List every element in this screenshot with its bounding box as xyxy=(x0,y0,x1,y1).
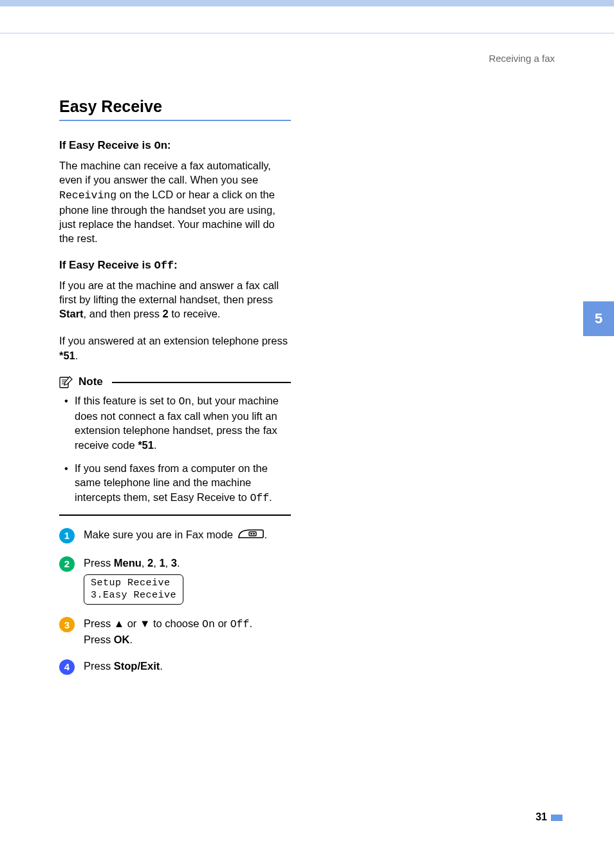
on-paragraph: The machine can receive a fax automatica… xyxy=(59,158,291,246)
n2-mono: Off xyxy=(250,492,269,504)
subhead-on-prefix: If Easy Receive is xyxy=(59,139,154,151)
off-p2-51: 51 xyxy=(63,350,75,361)
svg-rect-6 xyxy=(253,533,255,534)
note-item-1: If this feature is set to On, but your m… xyxy=(64,393,291,452)
s4-a: Press xyxy=(84,660,114,672)
s3-d: or xyxy=(215,618,230,629)
s4-b: . xyxy=(160,660,163,672)
s2-d: , xyxy=(165,557,171,569)
s3-off: Off xyxy=(230,618,250,630)
n2-b: . xyxy=(269,491,272,503)
step-1: 1 Make sure you are in Fax mode . xyxy=(59,527,291,544)
s2-menu: Menu xyxy=(114,557,142,569)
page-number: 31 xyxy=(535,811,563,823)
page-number-value: 31 xyxy=(535,811,547,822)
main-column: Easy Receive If Easy Receive is On: The … xyxy=(59,97,291,675)
s2-k3: 3 xyxy=(171,557,177,569)
n1-a: If this feature is set to xyxy=(75,395,178,406)
chapter-tab: 5 xyxy=(583,301,614,336)
n1-d: . xyxy=(154,439,157,451)
on-para-mono: Receiving xyxy=(59,189,116,202)
off-para-2: If you answered at an extension telephon… xyxy=(59,334,291,363)
step-badge-3: 3 xyxy=(59,617,75,632)
subhead-off-mono: Off xyxy=(154,259,174,272)
s2-k2: 1 xyxy=(159,557,165,569)
s2-k1: 2 xyxy=(147,557,153,569)
step-badge-2: 2 xyxy=(59,556,75,572)
svg-rect-5 xyxy=(250,533,252,534)
up-arrow-icon: ▲ xyxy=(114,618,124,629)
s3-b: or xyxy=(124,618,140,629)
step-1-body: Make sure you are in Fax mode . xyxy=(84,527,291,544)
step-2-body: Press Menu, 2, 1, 3. Setup Receive 3.Eas… xyxy=(84,556,291,605)
subhead-on-suffix: : xyxy=(167,139,171,151)
s3-e: . xyxy=(249,618,252,629)
note-block: Note If this feature is set to On, but y… xyxy=(59,375,291,516)
n2-a: If you send faxes from a computer on the… xyxy=(75,462,268,503)
s2-b: , xyxy=(142,557,147,569)
breadcrumb: Receiving a fax xyxy=(59,53,555,64)
subhead-off-prefix: If Easy Receive is xyxy=(59,259,154,271)
n1-mono: On xyxy=(178,395,191,408)
n1-51: 51 xyxy=(142,439,154,451)
step-badge-4: 4 xyxy=(59,659,75,675)
s3-line2a: Press xyxy=(84,634,114,645)
off-p1-e: to receive. xyxy=(169,308,221,319)
s3-ok: OK xyxy=(114,634,130,645)
fax-mode-icon xyxy=(237,527,265,544)
s1-text: Make sure you are in Fax mode xyxy=(84,529,236,540)
page-content: Receiving a fax Easy Receive If Easy Rec… xyxy=(0,33,614,675)
down-arrow-icon: ▼ xyxy=(140,618,150,629)
off-p2-a: If you answered at an extension telephon… xyxy=(59,335,288,346)
subhead-off: If Easy Receive is Off: xyxy=(59,259,291,272)
s4-stop: Stop/Exit xyxy=(114,660,160,672)
step-4: 4 Press Stop/Exit. xyxy=(59,659,291,675)
top-accent-bar xyxy=(0,0,614,6)
section-title: Easy Receive xyxy=(59,97,291,121)
s3-c: to choose xyxy=(150,618,202,629)
lcd-display: Setup Receive 3.Easy Receive xyxy=(84,574,183,605)
top-gap xyxy=(0,6,614,33)
page-number-bar xyxy=(551,815,563,821)
subhead-on-mono: On xyxy=(154,140,167,152)
off-para-1: If you are at the machine and answer a f… xyxy=(59,278,291,321)
note-label: Note xyxy=(79,375,103,388)
s2-a: Press xyxy=(84,557,114,569)
s3-on: On xyxy=(202,618,215,630)
step-4-body: Press Stop/Exit. xyxy=(84,659,291,674)
step-badge-1: 1 xyxy=(59,528,75,543)
off-p1-c: , and then press xyxy=(84,308,163,319)
note-header: Note xyxy=(59,375,291,388)
note-end-rule xyxy=(59,514,291,516)
s1-period: . xyxy=(265,529,268,540)
step-3: 3 Press ▲ or ▼ to choose On or Off. Pres… xyxy=(59,616,291,646)
s3-line2b: . xyxy=(130,634,133,645)
step-3-body: Press ▲ or ▼ to choose On or Off. Press … xyxy=(84,616,291,646)
on-para-a: The machine can receive a fax automatica… xyxy=(59,160,271,185)
note-list: If this feature is set to On, but your m… xyxy=(59,393,291,505)
s2-e: . xyxy=(177,557,180,569)
s2-c: , xyxy=(153,557,159,569)
off-p1-a: If you are at the machine and answer a f… xyxy=(59,279,279,305)
step-2: 2 Press Menu, 2, 1, 3. Setup Receive 3.E… xyxy=(59,556,291,605)
steps-list: 1 Make sure you are in Fax mode . 2 xyxy=(59,527,291,675)
off-p1-2: 2 xyxy=(163,308,169,319)
off-p1-start: Start xyxy=(59,308,84,319)
note-rule xyxy=(112,382,291,383)
subhead-off-suffix: : xyxy=(174,259,178,271)
note-pencil-icon xyxy=(59,375,73,388)
s3-a: Press xyxy=(84,618,114,629)
subhead-on: If Easy Receive is On: xyxy=(59,139,291,152)
note-item-2: If you send faxes from a computer on the… xyxy=(64,461,291,505)
off-p2-c: . xyxy=(75,350,79,361)
svg-rect-4 xyxy=(249,532,256,536)
